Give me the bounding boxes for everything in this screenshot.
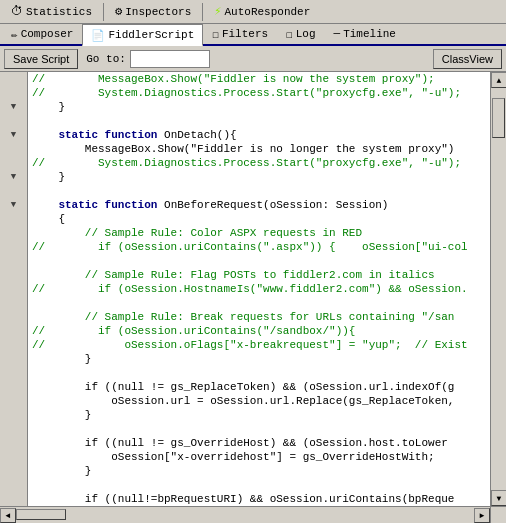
code-line-2: // System.Diagnostics.Process.Start("pro…	[28, 86, 490, 100]
code-line-23: if ((null != gs_ReplaceToken) && (oSessi…	[28, 380, 490, 394]
editor-toolbar: Save Script Go to: ClassView	[0, 46, 506, 72]
code-line-26	[28, 422, 490, 436]
code-line-5: static function OnDetach(){	[28, 128, 490, 142]
code-line-14	[28, 254, 490, 268]
gutter-row-30	[0, 478, 27, 492]
code-line-4	[28, 114, 490, 128]
tab-timeline[interactable]: ─ Timeline	[325, 24, 405, 44]
code-line-29: }	[28, 464, 490, 478]
code-content[interactable]: // MessageBox.Show("Fiddler is now the s…	[28, 72, 490, 506]
tab-log-label: Log	[296, 28, 316, 40]
line-gutter: ▼ ▼ ▼ ▼	[0, 72, 28, 506]
code-line-22	[28, 366, 490, 380]
goto-input[interactable]	[130, 50, 210, 68]
composer-icon: ✏	[11, 28, 18, 41]
code-line-16: // if (oSession.HostnameIs("www.fiddler2…	[28, 282, 490, 296]
code-line-18: // Sample Rule: Break requests for URLs …	[28, 310, 490, 324]
tab-autoresponder[interactable]: ⚡ AutoResponder	[205, 1, 319, 23]
gutter-row-5: ▼	[0, 128, 27, 142]
vertical-scrollbar: ▲ ▼	[490, 72, 506, 506]
collapse-icon-10[interactable]: ▼	[11, 200, 16, 210]
code-line-21: }	[28, 352, 490, 366]
gutter-row-23	[0, 380, 27, 394]
code-editor: ▼ ▼ ▼ ▼ // MessageBox.Show("Fid	[0, 72, 506, 506]
gutter-row-7	[0, 156, 27, 170]
gutter-row-20	[0, 338, 27, 352]
gutter-row-8: ▼	[0, 170, 27, 184]
gutter-row-2	[0, 86, 27, 100]
code-line-24: oSession.url = oSession.url.Replace(gs_R…	[28, 394, 490, 408]
gutter-row-29	[0, 464, 27, 478]
tab-composer-label: Composer	[21, 28, 74, 40]
save-script-button[interactable]: Save Script	[4, 49, 78, 69]
gutter-row-4	[0, 114, 27, 128]
top-tab-bar: ⏱ Statistics ⚙ Inspectors ⚡ AutoResponde…	[0, 0, 506, 24]
code-line-1: // MessageBox.Show("Fiddler is now the s…	[28, 72, 490, 86]
gutter-row-10: ▼	[0, 198, 27, 212]
gutter-row-28	[0, 450, 27, 464]
gutter-row-19	[0, 324, 27, 338]
scroll-track[interactable]	[491, 88, 506, 490]
code-line-20: // oSession.oFlags["x-breakrequest"] = "…	[28, 338, 490, 352]
h-scroll-track[interactable]	[16, 508, 474, 523]
gutter-row-25	[0, 408, 27, 422]
tab-filters[interactable]: ☐ Filters	[203, 24, 277, 44]
code-lines: // MessageBox.Show("Fiddler is now the s…	[28, 72, 490, 506]
tab-composer[interactable]: ✏ Composer	[2, 24, 82, 44]
autoresponder-icon: ⚡	[214, 4, 221, 19]
tab-inspectors[interactable]: ⚙ Inspectors	[106, 1, 200, 23]
code-line-6: MessageBox.Show("Fiddler is no longer th…	[28, 142, 490, 156]
code-line-17	[28, 296, 490, 310]
scroll-thumb[interactable]	[492, 98, 505, 138]
code-line-28: oSession["x-overridehost"] = gs_Override…	[28, 450, 490, 464]
scroll-right-button[interactable]: ►	[474, 508, 490, 523]
code-scroll-area[interactable]: // MessageBox.Show("Fiddler is now the s…	[28, 72, 490, 506]
code-line-11: {	[28, 212, 490, 226]
scroll-left-button[interactable]: ◄	[0, 508, 16, 523]
code-line-7: // System.Diagnostics.Process.Start("pro…	[28, 156, 490, 170]
h-scroll-thumb[interactable]	[16, 509, 66, 520]
tab-fiddlerscript-label: FiddlerScript	[108, 29, 194, 41]
tab-inspectors-label: Inspectors	[125, 6, 191, 18]
code-line-30	[28, 478, 490, 492]
statistics-icon: ⏱	[11, 4, 23, 19]
gutter-row-6	[0, 142, 27, 156]
code-line-19: // if (oSession.uriContains("/sandbox/")…	[28, 324, 490, 338]
gutter-row-12	[0, 226, 27, 240]
collapse-icon-3[interactable]: ▼	[11, 102, 16, 112]
code-line-8: }	[28, 170, 490, 184]
scroll-up-button[interactable]: ▲	[491, 72, 506, 88]
gutter-row-21	[0, 352, 27, 366]
tab-log[interactable]: ☐ Log	[277, 24, 324, 44]
tab-timeline-label: Timeline	[343, 28, 396, 40]
gutter-row-22	[0, 366, 27, 380]
gutter-row-15	[0, 268, 27, 282]
gutter-row-16	[0, 282, 27, 296]
collapse-icon-5[interactable]: ▼	[11, 130, 16, 140]
gutter-row-1	[0, 72, 27, 86]
horizontal-scrollbar: ◄ ►	[0, 507, 490, 524]
code-line-12: // Sample Rule: Color ASPX requests in R…	[28, 226, 490, 240]
tab-statistics[interactable]: ⏱ Statistics	[2, 1, 101, 23]
gutter-row-9	[0, 184, 27, 198]
scroll-down-button[interactable]: ▼	[491, 490, 506, 506]
code-line-25: }	[28, 408, 490, 422]
tab-separator-1	[103, 3, 104, 21]
tab-separator-2	[202, 3, 203, 21]
gutter-row-27	[0, 436, 27, 450]
code-line-10: static function OnBeforeRequest(oSession…	[28, 198, 490, 212]
timeline-icon: ─	[334, 28, 341, 40]
code-line-27: if ((null != gs_OverrideHost) && (oSessi…	[28, 436, 490, 450]
gutter-row-13	[0, 240, 27, 254]
tab-fiddlerscript[interactable]: 📄 FiddlerScript	[82, 24, 203, 46]
gutter-row-18	[0, 310, 27, 324]
gutter-row-3: ▼	[0, 100, 27, 114]
classview-button[interactable]: ClassView	[433, 49, 502, 69]
inspectors-icon: ⚙	[115, 4, 122, 19]
second-tab-bar: ✏ Composer 📄 FiddlerScript ☐ Filters ☐ L…	[0, 24, 506, 46]
scrollbar-corner	[490, 507, 506, 524]
code-line-15: // Sample Rule: Flag POSTs to fiddler2.c…	[28, 268, 490, 282]
filters-icon: ☐	[212, 28, 219, 41]
collapse-icon-8[interactable]: ▼	[11, 172, 16, 182]
fiddlerscript-icon: 📄	[91, 29, 105, 42]
